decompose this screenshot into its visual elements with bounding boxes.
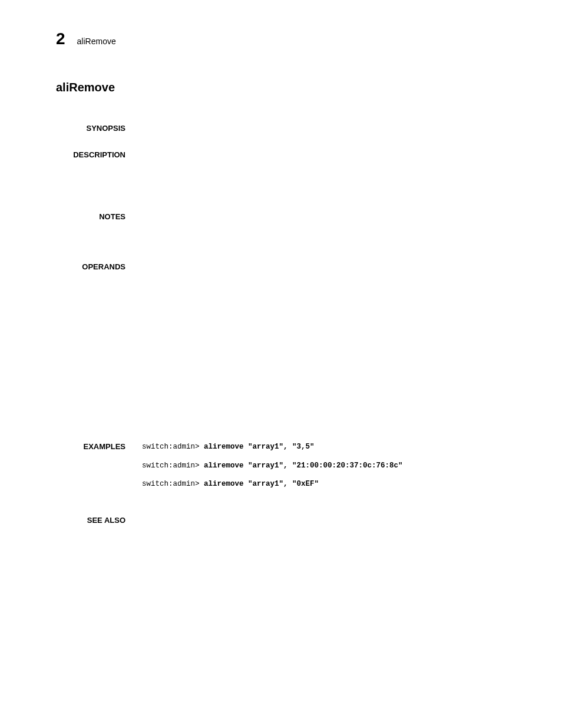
synopsis-section: SYNOPSIS	[56, 124, 515, 133]
chapter-number: 2	[56, 29, 65, 48]
chapter-text: aliRemove	[77, 37, 116, 46]
example-line: switch:admin> aliremove "array1", "21:00…	[142, 461, 515, 472]
page-title: aliRemove	[56, 81, 515, 94]
shell-prompt: switch:admin>	[142, 462, 204, 470]
notes-section: NOTES	[56, 212, 515, 221]
description-label: DESCRIPTION	[56, 150, 142, 159]
examples-body: switch:admin> aliremove "array1", "3,5" …	[142, 442, 515, 498]
synopsis-label: SYNOPSIS	[56, 124, 142, 133]
seealso-label: SEE ALSO	[56, 516, 142, 525]
shell-prompt: switch:admin>	[142, 443, 204, 451]
examples-section: EXAMPLES switch:admin> aliremove "array1…	[56, 442, 515, 498]
shell-command: aliremove "array1", "21:00:00:20:37:0c:7…	[204, 462, 403, 470]
shell-command: aliremove "array1", "3,5"	[204, 443, 315, 451]
shell-command: aliremove "array1", "0xEF"	[204, 480, 319, 488]
operands-label: OPERANDS	[56, 262, 142, 271]
operands-section: OPERANDS	[56, 262, 515, 271]
seealso-section: SEE ALSO	[56, 516, 515, 525]
notes-label: NOTES	[56, 212, 142, 221]
examples-label: EXAMPLES	[56, 442, 142, 451]
page-header: 2 aliRemove	[56, 29, 515, 48]
example-line: switch:admin> aliremove "array1", "3,5"	[142, 442, 515, 453]
man-page: 2 aliRemove aliRemove SYNOPSIS DESCRIPTI…	[0, 0, 562, 571]
description-section: DESCRIPTION	[56, 150, 515, 159]
shell-prompt: switch:admin>	[142, 480, 204, 488]
example-line: switch:admin> aliremove "array1", "0xEF"	[142, 479, 515, 490]
